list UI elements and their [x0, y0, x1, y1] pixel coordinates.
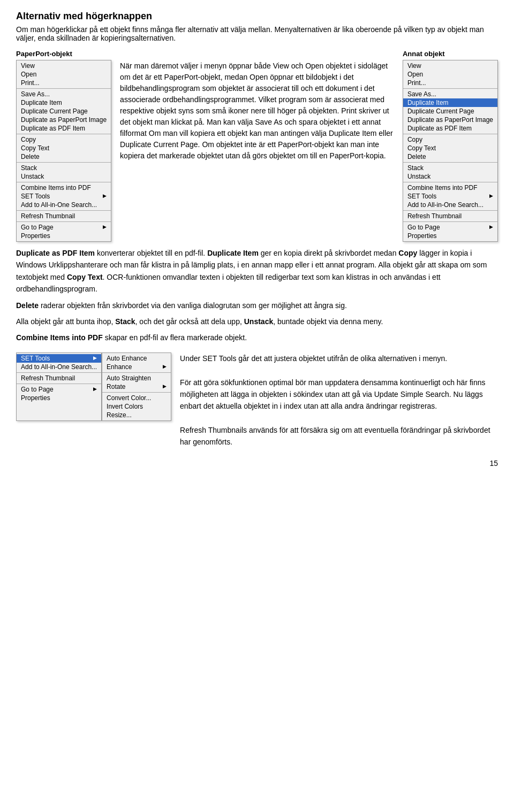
set-tools-menu: SET ToolsAdd to All-in-One Search...Refr…: [16, 353, 102, 421]
menu-item[interactable]: Stack: [403, 164, 497, 172]
menu-separator: [403, 210, 497, 211]
menu-item[interactable]: Go to Page: [17, 223, 111, 232]
menu-item[interactable]: Convert Color...: [102, 394, 171, 402]
menu-item[interactable]: Copy Text: [17, 144, 111, 152]
menu-separator: [17, 210, 111, 211]
menu-item[interactable]: Refresh Thumbnail: [17, 212, 111, 220]
paperport-label-row: PaperPort-objekt: [16, 50, 111, 58]
menu-separator: [17, 88, 111, 89]
menu-item[interactable]: Add to All-in-One Search...: [17, 363, 101, 371]
menu-item[interactable]: SET Tools: [17, 354, 101, 363]
menu-item[interactable]: Copy Text: [403, 144, 497, 152]
menu-item[interactable]: Auto Enhance: [102, 354, 171, 363]
menu-separator: [17, 134, 111, 134]
intro-text: Om man högerklickar på ett objekt finns …: [16, 25, 498, 42]
menu-item[interactable]: Enhance: [102, 363, 171, 371]
menu-item[interactable]: Invert Colors: [102, 402, 171, 411]
menu-item[interactable]: Properties: [17, 232, 111, 240]
menu-item[interactable]: Duplicate as PDF Item: [17, 124, 111, 133]
menu-item[interactable]: Unstack: [17, 172, 111, 181]
menu-item[interactable]: SET Tools: [17, 192, 111, 201]
menu-item[interactable]: Save As...: [17, 90, 111, 98]
middle-text: När man däremot väljer i menyn öppnar bå…: [120, 60, 394, 162]
annat-label: Annat objekt: [403, 50, 445, 58]
menu-item[interactable]: Duplicate Current Page: [403, 107, 497, 116]
menu-item[interactable]: Go to Page: [17, 385, 101, 394]
menu-item[interactable]: Duplicate Item: [403, 98, 497, 107]
annat-menu: ViewOpenPrint...Save As...Duplicate Item…: [403, 60, 498, 242]
menu-item[interactable]: Go to Page: [403, 223, 497, 232]
menu-separator: [17, 372, 101, 373]
annat-column: Annat objekt ViewOpenPrint...Save As...D…: [403, 50, 498, 242]
body-para-2: Delete raderar objekten från skrivbordet…: [16, 300, 498, 311]
menu-item[interactable]: Combine Items into PDF: [17, 183, 111, 192]
menu-separator: [17, 221, 111, 222]
menu-item[interactable]: Properties: [17, 394, 101, 402]
menu-item[interactable]: Open: [403, 70, 497, 79]
menu-item[interactable]: Copy: [403, 135, 497, 144]
menu-item[interactable]: Combine Items into PDF: [403, 183, 497, 192]
menu-separator: [17, 384, 101, 384]
menu-item[interactable]: View: [403, 62, 497, 70]
menu-item[interactable]: Save As...: [403, 90, 497, 98]
menu-item[interactable]: Refresh Thumbnail: [403, 212, 497, 220]
body-para-3: Alla objekt går att bunta ihop, Stack, o…: [16, 316, 498, 327]
menu-item[interactable]: Properties: [403, 232, 497, 240]
menu-item[interactable]: Duplicate Current Page: [17, 107, 111, 116]
menu-comparison-section: PaperPort-objekt ViewOpenPrint...Save As…: [16, 50, 498, 242]
menu-item[interactable]: SET Tools: [403, 192, 497, 201]
menu-item[interactable]: Stack: [17, 164, 111, 172]
menu-item[interactable]: Add to All-in-One Search...: [17, 201, 111, 209]
menu-item[interactable]: Resize...: [102, 411, 171, 419]
middle-description: När man däremot väljer i menyn öppnar bå…: [120, 50, 394, 162]
menu-separator: [403, 134, 497, 134]
set-tools-menus: SET ToolsAdd to All-in-One Search...Refr…: [16, 353, 171, 421]
menu-separator: [17, 162, 111, 163]
set-submenu: Auto EnhanceEnhanceAuto StraightenRotate…: [102, 353, 171, 421]
page-title: Alternativ med högerknappen: [16, 11, 498, 22]
menu-item[interactable]: Delete: [17, 152, 111, 161]
set-tools-text1: Under SET Tools går det att justera obje…: [180, 353, 498, 364]
menu-separator: [102, 372, 171, 373]
menu-item[interactable]: Rotate: [102, 382, 171, 391]
menu-item[interactable]: Duplicate as PaperPort Image: [403, 116, 497, 124]
set-tools-description: Under SET Tools går det att justera obje…: [180, 353, 498, 448]
menu-item[interactable]: Print...: [403, 79, 497, 87]
set-tools-text2: För att göra sökfunktionen optimal bör m…: [180, 377, 498, 412]
menu-item[interactable]: Duplicate as PaperPort Image: [17, 116, 111, 124]
menu-item[interactable]: Refresh Thumbnail: [17, 374, 101, 382]
menu-separator: [403, 182, 497, 182]
annat-label-row: Annat objekt: [403, 50, 498, 58]
body-content: Duplicate as PDF Item konverterar objekt…: [16, 247, 498, 344]
set-tools-section: SET ToolsAdd to All-in-One Search...Refr…: [16, 353, 498, 448]
menu-separator: [403, 221, 497, 222]
menu-separator: [403, 88, 497, 89]
menu-item[interactable]: Copy: [17, 135, 111, 144]
menu-item[interactable]: Duplicate Item: [17, 98, 111, 107]
paperport-menu: ViewOpenPrint...Save As...Duplicate Item…: [16, 60, 111, 242]
menu-item[interactable]: Delete: [403, 152, 497, 161]
paperport-label: PaperPort-objekt: [16, 50, 72, 58]
menu-item[interactable]: Add to All-in-One Search...: [403, 201, 497, 209]
refresh-text: Refresh Thumbnails används för att försä…: [180, 424, 498, 448]
menu-item[interactable]: View: [17, 62, 111, 70]
menu-item[interactable]: Duplicate as PDF Item: [403, 124, 497, 133]
menu-separator: [102, 392, 171, 393]
page-number: 15: [16, 459, 498, 468]
paperport-column: PaperPort-objekt ViewOpenPrint...Save As…: [16, 50, 111, 242]
menu-item[interactable]: Unstack: [403, 172, 497, 181]
menu-separator: [17, 182, 111, 182]
menu-item[interactable]: Auto Straighten: [102, 374, 171, 382]
menu-item[interactable]: Open: [17, 70, 111, 79]
menu-item[interactable]: Print...: [17, 79, 111, 87]
menu-separator: [403, 162, 497, 163]
body-para-4: Combine Items into PDF skapar en pdf-fil…: [16, 332, 498, 343]
body-para-1: Duplicate as PDF Item konverterar objekt…: [16, 247, 498, 295]
